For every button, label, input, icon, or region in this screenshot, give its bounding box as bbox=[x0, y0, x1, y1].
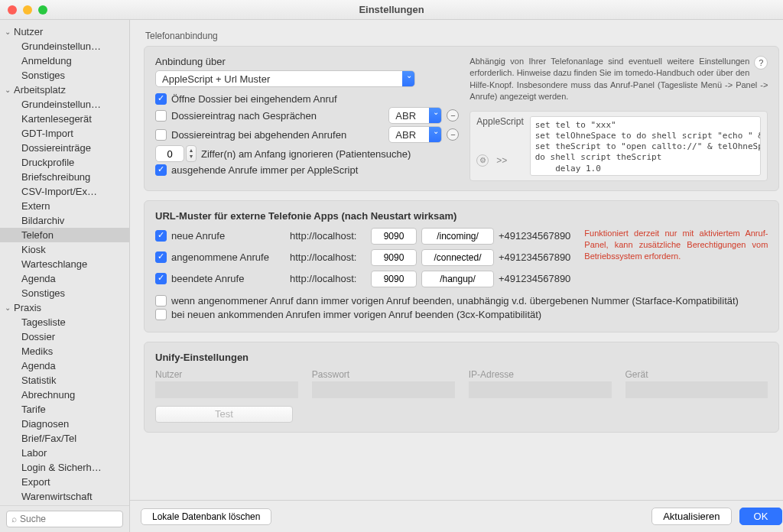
sidebar-item[interactable]: Sonstiges bbox=[0, 68, 129, 83]
group-title: Telefonanbindung bbox=[145, 31, 779, 41]
sidebar-item[interactable]: Kiosk bbox=[0, 242, 129, 257]
titlebar: Einstellungen bbox=[0, 0, 783, 20]
delete-db-button[interactable]: Lokale Datenbank löschen bbox=[141, 508, 271, 525]
unify-field-label: Nutzer bbox=[155, 369, 298, 380]
sidebar-item[interactable]: Extern bbox=[0, 199, 129, 213]
search-icon: ⌕ bbox=[11, 514, 17, 524]
unify-field-input[interactable] bbox=[312, 381, 455, 398]
sidebar-tree: ⌄NutzerGrundeinstellun…AnmeldungSonstige… bbox=[0, 20, 129, 505]
sidebar-item[interactable]: Tarife bbox=[0, 402, 129, 417]
sidebar-item[interactable]: GDT-Import bbox=[0, 126, 129, 141]
cb-outgoing-applescript[interactable] bbox=[155, 164, 167, 176]
window-title: Einstellungen bbox=[0, 4, 783, 15]
unify-field-label: IP-Adresse bbox=[469, 369, 612, 380]
chevron-down-icon: ⌄ bbox=[5, 86, 12, 94]
ok-button[interactable]: OK bbox=[739, 508, 783, 525]
sidebar-item[interactable]: Login & Sicherh… bbox=[0, 460, 129, 475]
sidebar-item[interactable]: Warteschlange bbox=[0, 257, 129, 271]
help-text: Abhängig von Ihrer Telefonanlage sind ev… bbox=[469, 56, 768, 103]
path-input[interactable] bbox=[421, 228, 494, 245]
unify-field-input[interactable] bbox=[625, 381, 768, 398]
search-input[interactable] bbox=[20, 514, 135, 524]
sidebar-item[interactable]: Anmeldung bbox=[0, 54, 129, 68]
sidebar-item[interactable]: Sonstiges bbox=[0, 286, 129, 300]
script-run-button[interactable]: >> bbox=[496, 155, 507, 166]
chevron-down-icon: ⌄ bbox=[5, 303, 12, 312]
digits-input[interactable] bbox=[155, 145, 184, 162]
panel-url-muster: URL-Muster für externe Telefonie Apps (n… bbox=[144, 200, 779, 332]
cb-entry-outgoing[interactable] bbox=[155, 129, 167, 141]
gear-icon[interactable]: ⚙ bbox=[476, 154, 489, 167]
sidebar-item[interactable]: Grundeinstellun… bbox=[0, 97, 129, 112]
script-code[interactable]: set tel to "xxx" set telOhneSpace to do … bbox=[530, 116, 762, 176]
path-input[interactable] bbox=[421, 249, 494, 266]
port-input[interactable] bbox=[371, 271, 417, 287]
sidebar-item[interactable]: Dossier bbox=[0, 329, 129, 344]
sidebar-item[interactable]: Agenda bbox=[0, 271, 129, 286]
sidebar-item[interactable]: Brief/Fax/Tel bbox=[0, 431, 129, 446]
sidebar-item[interactable]: Bildarchiv bbox=[0, 213, 129, 228]
port-input[interactable] bbox=[371, 249, 417, 266]
content: Telefonanbindung Anbindung über AppleScr… bbox=[130, 20, 783, 532]
sidebar-item[interactable]: Export bbox=[0, 475, 129, 489]
sidebar-item[interactable]: Dossiereinträge bbox=[0, 141, 129, 155]
panel-telefonanbindung: Anbindung über AppleScript + Url Muster … bbox=[144, 46, 779, 191]
script-label: AppleScript bbox=[476, 116, 523, 127]
unify-field-label: Gerät bbox=[625, 369, 768, 380]
binding-select[interactable]: AppleScript + Url Muster bbox=[155, 70, 415, 87]
sidebar-item[interactable]: Telefon bbox=[0, 228, 129, 242]
remove-icon[interactable]: − bbox=[447, 109, 459, 122]
sidebar-item[interactable]: Labor bbox=[0, 446, 129, 460]
sidebar-item[interactable]: Grundeinstellun… bbox=[0, 39, 129, 54]
stepper-icon[interactable]: ▴▾ bbox=[186, 145, 197, 162]
sidebar-item[interactable]: CSV-Import/Ex… bbox=[0, 184, 129, 199]
url-heading: URL-Muster für externe Telefonie Apps (n… bbox=[155, 210, 768, 222]
select-abr-2[interactable]: ABR bbox=[388, 126, 442, 143]
binding-label: Anbindung über bbox=[155, 56, 459, 67]
applescript-box: AppleScript ⚙ >> set tel to "xxx" set te… bbox=[469, 111, 768, 181]
panel-unify: Unify-Einstellungen NutzerPasswortIP-Adr… bbox=[144, 342, 779, 433]
sidebar-item[interactable]: Druckprofile bbox=[0, 155, 129, 170]
cb-3cx-compat[interactable] bbox=[155, 309, 167, 320]
sidebar-search: ⌕ bbox=[0, 505, 129, 532]
select-abr-1[interactable]: ABR bbox=[388, 107, 442, 124]
port-input[interactable] bbox=[371, 228, 417, 245]
sidebar-item[interactable]: Mediks bbox=[0, 344, 129, 358]
sidebar-item[interactable]: Briefschreibung bbox=[0, 170, 129, 184]
chevron-down-icon: ⌄ bbox=[5, 28, 12, 36]
cb-url-row[interactable] bbox=[155, 251, 167, 263]
cb-url-row[interactable] bbox=[155, 230, 167, 242]
sidebar-section[interactable]: ⌄Praxis bbox=[0, 300, 129, 315]
footer: Lokale Datenbank löschen Aktualisieren O… bbox=[130, 500, 783, 532]
remove-icon[interactable]: − bbox=[447, 128, 459, 141]
unify-field-label: Passwort bbox=[312, 369, 455, 380]
sidebar: ⌄NutzerGrundeinstellun…AnmeldungSonstige… bbox=[0, 20, 130, 532]
unify-heading: Unify-Einstellungen bbox=[155, 352, 768, 363]
sidebar-section[interactable]: ⌄Nutzer bbox=[0, 24, 129, 39]
sidebar-item[interactable]: Statistik bbox=[0, 373, 129, 388]
sidebar-item[interactable]: Warenwirtschaft bbox=[0, 489, 129, 504]
sidebar-item[interactable]: Agenda bbox=[0, 358, 129, 373]
cb-open-dossier[interactable] bbox=[155, 93, 167, 105]
unify-field-input[interactable] bbox=[469, 381, 612, 398]
sidebar-item[interactable]: Kartenlesegerät bbox=[0, 112, 129, 126]
path-input[interactable] bbox=[421, 271, 494, 287]
sidebar-item[interactable]: Tagesliste bbox=[0, 315, 129, 329]
unify-field-input[interactable] bbox=[155, 381, 298, 398]
refresh-button[interactable]: Aktualisieren bbox=[651, 508, 731, 525]
sidebar-item[interactable]: Diagnosen bbox=[0, 417, 129, 431]
unify-test-button[interactable]: Test bbox=[155, 406, 293, 423]
url-warning: Funktioniert derzeit nur mit aktiviertem… bbox=[584, 228, 768, 263]
sidebar-section[interactable]: ⌄Arbeitsplatz bbox=[0, 83, 129, 97]
cb-starface-compat[interactable] bbox=[155, 295, 167, 307]
cb-entry-after[interactable] bbox=[155, 110, 167, 122]
cb-url-row[interactable] bbox=[155, 273, 167, 284]
sidebar-item[interactable]: Abrechnung bbox=[0, 388, 129, 402]
